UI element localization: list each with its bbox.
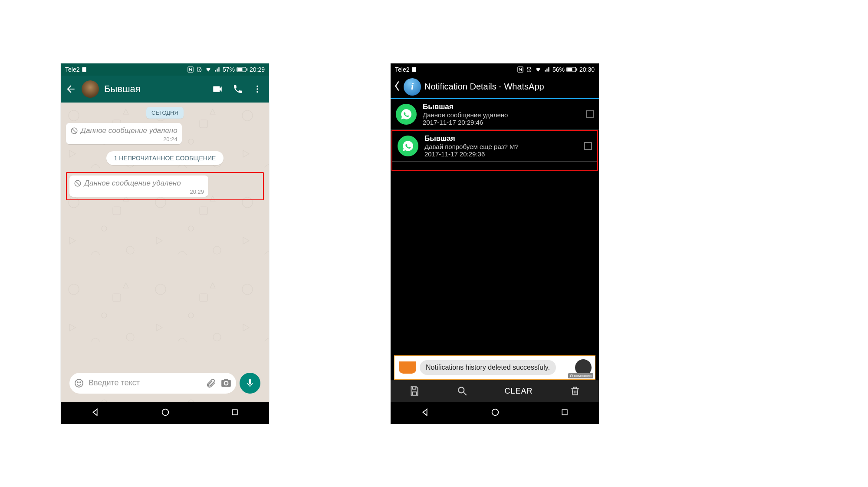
blocked-icon bbox=[74, 179, 82, 187]
svg-point-16 bbox=[162, 409, 169, 415]
nav-home-button[interactable] bbox=[490, 407, 500, 419]
message-time: 20:24 bbox=[70, 136, 178, 142]
blocked-icon bbox=[70, 127, 78, 135]
chat-body[interactable]: СЕГОДНЯ Данное сообщение удалено 20:24 1… bbox=[61, 103, 269, 402]
emoji-icon[interactable] bbox=[74, 378, 84, 388]
voice-call-button[interactable] bbox=[233, 84, 243, 94]
sim-icon bbox=[81, 66, 87, 73]
svg-point-24 bbox=[459, 387, 464, 393]
status-bar: Tele2 57% 20:29 bbox=[61, 63, 269, 76]
status-time: 20:29 bbox=[250, 66, 265, 73]
svg-line-10 bbox=[72, 129, 76, 133]
input-row: Введите текст bbox=[66, 369, 264, 398]
attach-icon[interactable] bbox=[206, 378, 216, 388]
carrier-label: Tele2 bbox=[395, 66, 409, 73]
carrier-label: Tele2 bbox=[65, 66, 79, 73]
header-title: Notification Details - WhatsApp bbox=[424, 82, 544, 92]
svg-point-7 bbox=[256, 88, 258, 90]
alarm-icon bbox=[526, 66, 533, 73]
nfc-icon bbox=[187, 66, 194, 73]
video-call-button[interactable] bbox=[212, 83, 223, 95]
svg-line-12 bbox=[76, 181, 80, 185]
notif-title: Бывшая bbox=[424, 134, 578, 143]
search-button[interactable] bbox=[457, 385, 468, 397]
svg-rect-17 bbox=[232, 410, 237, 415]
highlight-box: Данное сообщение удалено 20:29 bbox=[66, 172, 264, 200]
battery-icon bbox=[566, 66, 578, 73]
notification-list[interactable]: Бывшая Данное сообщение удалено 2017-11-… bbox=[391, 99, 599, 380]
svg-rect-18 bbox=[412, 67, 416, 72]
sim-icon bbox=[411, 66, 417, 73]
message-time: 20:29 bbox=[74, 189, 204, 195]
message-bubble[interactable]: Данное сообщение удалено 20:29 bbox=[69, 176, 208, 197]
android-nav bbox=[391, 402, 599, 424]
battery-icon bbox=[237, 66, 248, 73]
message-bubble[interactable]: Данное сообщение удалено 20:24 bbox=[66, 123, 182, 144]
app-header: Notification Details - WhatsApp bbox=[391, 76, 599, 99]
phone-notification-app: Tele2 56% 20:30 Notification Details - W… bbox=[391, 63, 599, 424]
camera-icon[interactable] bbox=[220, 378, 232, 389]
svg-rect-23 bbox=[576, 68, 577, 70]
battery-pct: 56% bbox=[552, 66, 565, 73]
delete-button[interactable] bbox=[569, 385, 581, 397]
back-chevron-icon[interactable] bbox=[394, 80, 400, 94]
chat-header: Бывшая bbox=[61, 76, 269, 103]
svg-rect-5 bbox=[246, 68, 247, 70]
notification-row[interactable]: Бывшая Давай попробуем ещё раз? М? 2017-… bbox=[392, 131, 597, 162]
info-icon bbox=[404, 78, 421, 96]
svg-rect-0 bbox=[82, 67, 86, 72]
nav-recent-button[interactable] bbox=[560, 408, 569, 418]
svg-rect-27 bbox=[562, 410, 567, 415]
nav-back-button[interactable] bbox=[91, 407, 100, 419]
notif-body: Давай попробуем ещё раз? М? bbox=[424, 143, 578, 150]
svg-point-26 bbox=[492, 409, 499, 415]
svg-point-14 bbox=[77, 382, 78, 383]
checkbox[interactable] bbox=[586, 110, 594, 118]
wifi-icon bbox=[534, 66, 542, 73]
svg-point-15 bbox=[80, 382, 81, 383]
message-input[interactable]: Введите текст bbox=[69, 373, 236, 394]
notif-timestamp: 2017-11-17 20:29:36 bbox=[424, 150, 578, 158]
app-footer: CLEAR bbox=[391, 380, 599, 402]
phone-whatsapp: Tele2 57% 20:29 Бывшая bbox=[61, 63, 269, 424]
ad-banner[interactable]: Notifications history deleted successful… bbox=[394, 355, 595, 380]
nfc-icon bbox=[517, 66, 524, 73]
svg-rect-22 bbox=[567, 68, 572, 71]
notif-timestamp: 2017-11-17 20:29:46 bbox=[423, 119, 580, 126]
more-menu-button[interactable] bbox=[253, 84, 262, 94]
svg-point-6 bbox=[256, 85, 258, 87]
nav-home-button[interactable] bbox=[161, 407, 170, 419]
save-button[interactable] bbox=[409, 385, 420, 397]
android-nav bbox=[61, 402, 269, 424]
highlight-box: Бывшая Давай попробуем ещё раз? М? 2017-… bbox=[391, 130, 598, 171]
unread-divider: 1 НЕПРОЧИТАННОЕ СООБЩЕНИЕ bbox=[106, 151, 224, 165]
battery-pct: 57% bbox=[223, 66, 235, 73]
toast-message: Notifications history deleted successful… bbox=[420, 360, 556, 375]
svg-point-13 bbox=[75, 379, 83, 387]
notif-body: Данное сообщение удалено bbox=[423, 111, 580, 119]
message-text: Данное сообщение удалено bbox=[81, 126, 178, 135]
status-bar: Tele2 56% 20:30 bbox=[391, 63, 599, 76]
svg-line-25 bbox=[464, 392, 467, 395]
notif-title: Бывшая bbox=[423, 103, 580, 111]
date-divider: СЕГОДНЯ bbox=[146, 107, 184, 119]
checkbox[interactable] bbox=[584, 142, 592, 150]
back-button[interactable] bbox=[65, 83, 76, 95]
ad-tag: О компании bbox=[568, 373, 593, 378]
message-text: Данное сообщение удалено bbox=[84, 179, 181, 188]
mic-button[interactable] bbox=[240, 373, 260, 394]
svg-point-8 bbox=[256, 91, 258, 93]
wifi-icon bbox=[204, 66, 212, 73]
signal-icon bbox=[214, 66, 221, 73]
contact-name[interactable]: Бывшая bbox=[104, 83, 207, 95]
ad-image-icon bbox=[399, 361, 416, 374]
avatar[interactable] bbox=[82, 80, 99, 98]
whatsapp-icon bbox=[398, 136, 418, 156]
nav-recent-button[interactable] bbox=[230, 408, 239, 418]
notification-row[interactable]: Бывшая Данное сообщение удалено 2017-11-… bbox=[391, 99, 599, 130]
signal-icon bbox=[544, 66, 551, 73]
nav-back-button[interactable] bbox=[421, 407, 430, 419]
alarm-icon bbox=[196, 66, 203, 73]
clear-button[interactable]: CLEAR bbox=[505, 387, 533, 396]
whatsapp-icon bbox=[396, 104, 417, 125]
